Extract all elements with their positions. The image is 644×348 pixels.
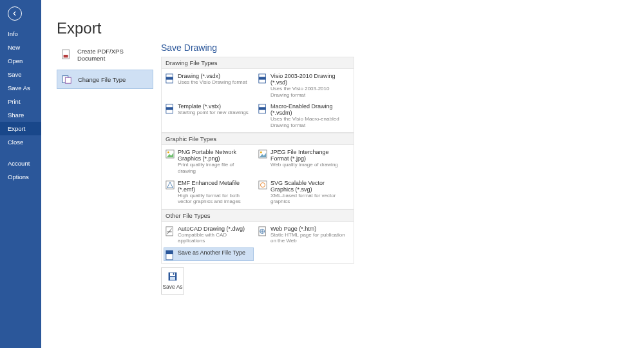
filetype-svg[interactable]: SVG Scalable Vector Graphics (*.svg)XML-… xyxy=(256,178,348,207)
cad-file-icon xyxy=(166,226,175,235)
back-button[interactable] xyxy=(8,6,22,21)
svg-rect-28 xyxy=(173,273,175,275)
filetype-vstx[interactable]: Template (*.vstx)Starting point for new … xyxy=(164,101,255,130)
change-filetype-icon xyxy=(61,73,73,85)
export-option-changefiletype[interactable]: Change File Type xyxy=(57,70,153,89)
save-as-label: Save As xyxy=(162,284,182,290)
filetype-other[interactable]: Save as Another File Type xyxy=(164,247,254,261)
svg-rect-7 xyxy=(259,77,266,79)
filetype-png[interactable]: PNG Portable Network Graphics (*.png)Pri… xyxy=(164,147,255,176)
export-option-label: Create PDF/XPS Document xyxy=(77,48,149,62)
svg-point-15 xyxy=(260,151,262,153)
save-drawing-title: Save Drawing xyxy=(161,43,354,53)
svg-rect-1 xyxy=(64,55,68,57)
group-body-other: AutoCAD Drawing (*.dwg)Compatible with C… xyxy=(161,221,354,264)
filetype-vsdx[interactable]: Drawing (*.vsdx)Uses the Visio Drawing f… xyxy=(164,71,255,100)
group-body-drawing: Drawing (*.vsdx)Uses the Visio Drawing f… xyxy=(161,68,354,133)
filetype-vsdm[interactable]: Macro-Enabled Drawing (*.vsdm)Uses the V… xyxy=(256,101,348,130)
pdfxps-icon xyxy=(61,49,72,61)
export-left-panel: Create PDF/XPS Document Change File Type xyxy=(57,44,153,89)
visio-file-icon xyxy=(166,104,175,113)
filetype-emf[interactable]: EMF Enhanced Metafile (*.emf)High qualit… xyxy=(164,178,255,207)
page-title: Export xyxy=(57,19,629,37)
web-file-icon xyxy=(258,226,267,235)
group-header-drawing: Drawing File Types xyxy=(161,57,354,68)
sidebar-item-close[interactable]: Close xyxy=(0,135,41,149)
visio-file-icon xyxy=(166,73,175,82)
filetype-dwg[interactable]: AutoCAD Drawing (*.dwg)Compatible with C… xyxy=(164,224,255,246)
back-arrow-icon xyxy=(12,10,18,17)
sidebar-item-open[interactable]: Open xyxy=(0,54,41,68)
backstage-sidebar: Info New Open Save Save As Print Share E… xyxy=(0,0,41,348)
sidebar-item-new[interactable]: New xyxy=(0,41,41,54)
visio-file-icon xyxy=(258,104,267,113)
sidebar-item-options[interactable]: Options xyxy=(0,170,41,184)
save-icon xyxy=(167,271,178,282)
sidebar-item-share[interactable]: Share xyxy=(0,108,41,122)
sidebar-item-print[interactable]: Print xyxy=(0,95,41,108)
save-as-button[interactable]: Save As xyxy=(161,267,184,295)
save-drawing-panel: Save Drawing Drawing File Types Drawing … xyxy=(161,43,354,295)
svg-point-13 xyxy=(167,151,169,153)
svg-rect-9 xyxy=(166,107,173,110)
svg-rect-24 xyxy=(166,251,173,254)
filetype-jpg[interactable]: JPEG File Interchange Format (*.jpg)Web … xyxy=(256,147,348,176)
vector-file-icon xyxy=(258,180,267,189)
svg-rect-26 xyxy=(170,273,175,276)
image-file-icon xyxy=(166,150,175,159)
sidebar-item-save[interactable]: Save xyxy=(0,68,41,81)
svg-rect-27 xyxy=(170,277,175,280)
sidebar-item-info[interactable]: Info xyxy=(0,27,41,41)
svg-rect-18 xyxy=(259,180,267,188)
svg-rect-11 xyxy=(259,107,266,110)
filetype-htm[interactable]: Web Page (*.htm)Static HTML page for pub… xyxy=(256,224,348,246)
group-header-other: Other File Types xyxy=(161,209,354,221)
sidebar-item-export[interactable]: Export xyxy=(0,122,41,135)
filetype-vsd[interactable]: Visio 2003-2010 Drawing (*.vsd)Uses the … xyxy=(256,71,348,100)
group-header-graphic: Graphic File Types xyxy=(161,133,354,144)
svg-rect-3 xyxy=(65,77,71,83)
sidebar-item-account[interactable]: Account xyxy=(0,157,41,170)
svg-rect-5 xyxy=(166,77,173,79)
image-file-icon xyxy=(258,150,267,159)
sidebar-item-saveas[interactable]: Save As xyxy=(0,81,41,95)
vector-file-icon xyxy=(166,180,175,189)
group-body-graphic: PNG Portable Network Graphics (*.png)Pri… xyxy=(161,144,354,209)
export-option-label: Change File Type xyxy=(78,76,126,83)
generic-file-icon xyxy=(166,250,175,259)
visio-file-icon xyxy=(258,73,267,82)
export-option-pdfxps[interactable]: Create PDF/XPS Document xyxy=(57,44,153,66)
